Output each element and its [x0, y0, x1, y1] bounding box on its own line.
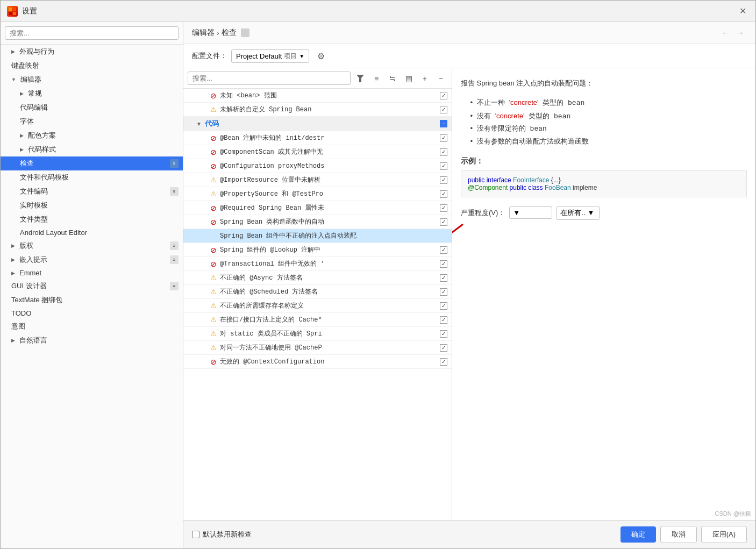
- list-item-selected[interactable]: Spring Bean 组件中不正确的注入点自动装配: [183, 229, 452, 243]
- item-checkbox[interactable]: [440, 106, 447, 113]
- list-item[interactable]: ⚠ 对 static 类成员不正确的 Spri: [183, 327, 452, 341]
- item-checkbox[interactable]: [440, 176, 447, 184]
- sidebar-item-todo[interactable]: TODO: [1, 307, 183, 319]
- status-error-icon: ⊘: [209, 204, 218, 212]
- item-checkbox[interactable]: [440, 92, 447, 99]
- apply-button[interactable]: 应用(A): [701, 526, 747, 543]
- list-item[interactable]: ⚠ 在接口/接口方法上定义的 Cache*: [183, 313, 452, 327]
- item-checkbox[interactable]: [440, 246, 447, 254]
- sidebar-item-label: Emmet: [19, 269, 41, 277]
- sidebar-item-code-style[interactable]: 代码样式: [1, 142, 183, 156]
- sidebar-item-color[interactable]: 配色方案: [1, 129, 183, 142]
- list-item[interactable]: ⊘ 无效的 @ContextConfiguration: [183, 355, 452, 369]
- sidebar-item-natural-lang[interactable]: 自然语言: [1, 333, 183, 347]
- sidebar-item-android-layout[interactable]: Android Layout Editor: [1, 226, 183, 239]
- sidebar-item-general[interactable]: 常规: [1, 87, 183, 101]
- sidebar-item-live-templates[interactable]: 实时模板: [1, 198, 183, 212]
- scope-select[interactable]: 在所有.. ▼: [557, 206, 600, 220]
- close-button[interactable]: ✕: [736, 5, 749, 18]
- code-line: public interface FooInterface {...}: [468, 176, 740, 184]
- item-checkbox[interactable]: [440, 260, 447, 268]
- expand-all-button[interactable]: ≡: [370, 72, 383, 85]
- sidebar-item-appearance[interactable]: 外观与行为: [1, 45, 183, 59]
- item-checkbox[interactable]: [440, 204, 447, 212]
- list-item[interactable]: ⚠ @ImportResource 位置中未解析: [183, 173, 452, 187]
- item-text: Spring Bean 类构造函数中的自动: [220, 217, 438, 226]
- list-item[interactable]: ⊘ @Bean 注解中未知的 init/destr: [183, 131, 452, 145]
- item-checkbox[interactable]: [440, 288, 447, 296]
- item-text: @Transactional 组件中无效的 ': [220, 259, 438, 268]
- list-item[interactable]: ⚠ 对同一方法不正确地使用 @CacheP: [183, 341, 452, 355]
- item-checkbox[interactable]: [440, 316, 447, 324]
- sidebar-item-textmate[interactable]: TextMate 捆绑包: [1, 293, 183, 307]
- sidebar-item-keymap[interactable]: 键盘映射: [1, 59, 183, 73]
- sidebar-item-editor[interactable]: 编辑器: [1, 73, 183, 87]
- default-checkbox[interactable]: [192, 531, 199, 538]
- item-checkbox[interactable]: [440, 218, 447, 226]
- sidebar-item-inspections[interactable]: 检查 ≡: [1, 156, 183, 170]
- list-item[interactable]: ⊘ @Required Spring Bean 属性未: [183, 201, 452, 215]
- item-checkbox[interactable]: [440, 162, 447, 170]
- back-button[interactable]: ←: [719, 26, 732, 39]
- sidebar-item-copyright[interactable]: 版权 ≡: [1, 239, 183, 253]
- sidebar-item-emmet[interactable]: Emmet: [1, 267, 183, 279]
- sidebar-item-font[interactable]: 字体: [1, 115, 183, 129]
- add-button[interactable]: +: [418, 72, 431, 85]
- sidebar-item-file-templates[interactable]: 文件和代码模板: [1, 170, 183, 184]
- sidebar-item-gui-designer[interactable]: GUI 设计器 ≡: [1, 279, 183, 293]
- sidebar-item-intention[interactable]: 意图: [1, 319, 183, 333]
- list-item[interactable]: ⚠ 不正确的 @Scheduled 方法签名: [183, 285, 452, 299]
- item-checkbox[interactable]: [440, 274, 447, 282]
- list-item[interactable]: ⊘ Spring Bean 类构造函数中的自动: [183, 215, 452, 229]
- list-item[interactable]: ⊘ @ComponentScan 或其元注解中无: [183, 145, 452, 159]
- profile-label: 配置文件：: [192, 51, 227, 61]
- item-text: Spring Bean 组件中不正确的注入点自动装配: [220, 231, 447, 240]
- item-checkbox[interactable]: [440, 302, 447, 310]
- profile-select[interactable]: Project Default 项目 ▼: [231, 49, 309, 63]
- sidebar-item-inlays[interactable]: 嵌入提示 ≡: [1, 253, 183, 267]
- item-text: @Required Spring Bean 属性未: [220, 203, 438, 212]
- item-checkbox[interactable]: [440, 344, 447, 352]
- code-box: public interface FooInterface {...} @Com…: [461, 170, 747, 197]
- list-item[interactable]: ⚠ @PropertySource 和 @TestPro: [183, 187, 452, 201]
- sidebar-item-label: 代码编辑: [20, 103, 48, 112]
- profile-badge: 项目: [284, 52, 297, 61]
- svg-rect-0: [9, 8, 12, 11]
- sidebar-search-input[interactable]: [5, 26, 179, 40]
- svg-rect-1: [13, 8, 16, 11]
- filter-search-input[interactable]: [188, 72, 351, 85]
- list-item[interactable]: ⊘ @Configuration proxyMethods: [183, 159, 452, 173]
- sidebar-item-label: 常规: [28, 89, 42, 98]
- gear-button[interactable]: ⚙: [313, 48, 329, 63]
- list-item[interactable]: ⚠ 未解析的自定义 Spring Bean: [183, 103, 452, 117]
- list-item[interactable]: ⊘ Spring 组件的 @Lookup 注解中: [183, 243, 452, 257]
- list-item[interactable]: ⊘ @Transactional 组件中无效的 ': [183, 257, 452, 271]
- sidebar-item-code-edit[interactable]: 代码编辑: [1, 101, 183, 115]
- list-item[interactable]: ⚠ 不正确的 @Async 方法签名: [183, 271, 452, 285]
- view-options-button[interactable]: ▤: [402, 72, 415, 85]
- list-item[interactable]: ⚠ 不正确的所需缓存存名称定义: [183, 299, 452, 313]
- sidebar-item-file-types[interactable]: 文件类型: [1, 212, 183, 226]
- cancel-button[interactable]: 取消: [660, 526, 697, 543]
- collapse-all-button[interactable]: ≒: [386, 72, 399, 85]
- item-text: 不正确的 @Scheduled 方法签名: [220, 287, 438, 296]
- item-text: 未知 <bean> 范围: [220, 91, 438, 100]
- remove-button[interactable]: −: [434, 72, 447, 85]
- watermark: CSDN @扶摇: [715, 510, 751, 518]
- forward-button[interactable]: →: [734, 26, 747, 39]
- default-check-label[interactable]: 默认禁用新检查: [192, 530, 252, 539]
- item-checkbox[interactable]: [440, 148, 447, 156]
- severity-select[interactable]: ▼: [509, 206, 552, 219]
- item-checkbox[interactable]: [440, 358, 447, 366]
- ok-button[interactable]: 确定: [621, 526, 656, 543]
- item-checkbox[interactable]: [440, 190, 447, 198]
- list-item[interactable]: ⊘ 未知 <bean> 范围: [183, 89, 452, 103]
- sidebar-item-icon: ≡: [170, 159, 179, 168]
- item-checkbox[interactable]: [440, 134, 447, 142]
- sidebar-item-file-encoding[interactable]: 文件编码 ≡: [1, 184, 183, 198]
- item-checkbox[interactable]: [440, 330, 447, 338]
- filter-button[interactable]: [354, 72, 367, 85]
- item-text: Spring 组件的 @Lookup 注解中: [220, 245, 438, 254]
- inspection-list-panel: ≡ ≒ ▤ + − ⊘ 未知 <bean> 范围: [183, 68, 452, 520]
- list-item-group[interactable]: ▼ 代码 −: [183, 117, 452, 131]
